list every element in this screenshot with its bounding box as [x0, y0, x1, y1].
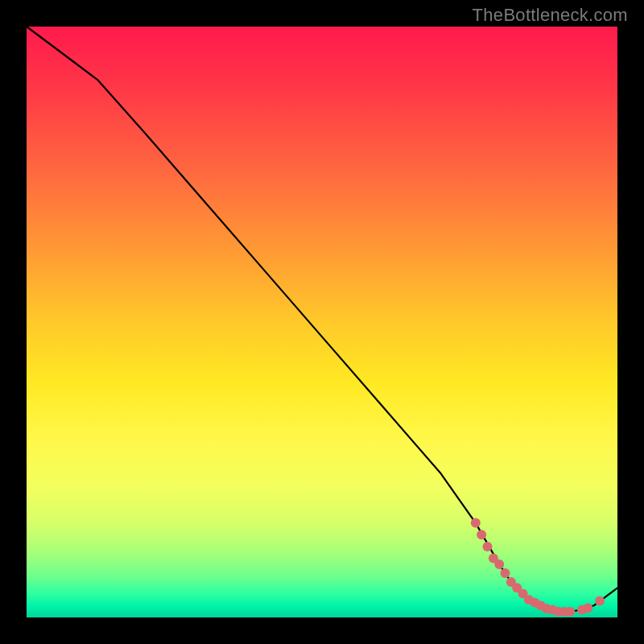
marker-dot [501, 568, 510, 578]
bottleneck-curve [27, 27, 617, 612]
chart-frame: TheBottleneck.com [0, 0, 644, 644]
marker-dot [595, 596, 605, 605]
marker-dot [483, 542, 493, 551]
marker-dot [477, 530, 486, 539]
marker-dot [583, 603, 592, 613]
marker-group [471, 518, 605, 617]
chart-svg [27, 27, 617, 617]
watermark-text: TheBottleneck.com [473, 5, 628, 26]
marker-dot [565, 607, 575, 617]
marker-dot [494, 559, 504, 569]
marker-dot [471, 518, 481, 528]
plot-area [27, 27, 617, 617]
